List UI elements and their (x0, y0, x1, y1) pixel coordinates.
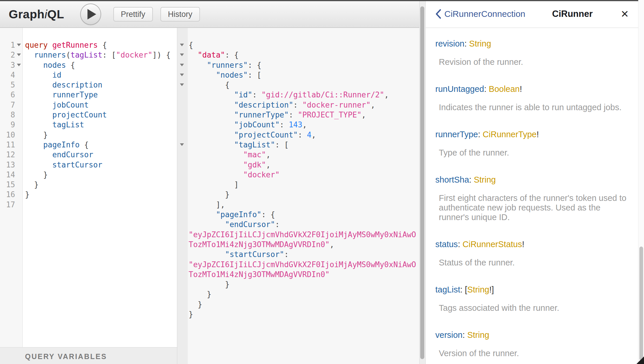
code-token: } (43, 131, 48, 139)
gutter-row (177, 279, 188, 289)
code-line[interactable]: pageInfo { (25, 140, 171, 150)
query-variables-title[interactable]: QUERY VARIABLES (25, 352, 177, 361)
query-code[interactable]: query getRunners { runners(tagList: ["do… (25, 40, 171, 210)
line-number: 5 (0, 80, 15, 90)
code-token: { (66, 61, 75, 69)
doc-field: runnerType: CiRunnerType!Type of the run… (435, 129, 628, 158)
code-line: "runners": { (189, 60, 416, 70)
doc-back-link[interactable]: CiRunnerConnection (435, 9, 525, 19)
gutter-row: 12 (0, 150, 22, 160)
toolbar: GraphiQL Prettify History (0, 1, 419, 28)
code-line: "jobCount": 143, (189, 120, 416, 130)
fold-arrow-icon[interactable] (180, 53, 184, 56)
code-line[interactable]: } (25, 180, 171, 190)
doc-type-link[interactable]: String (469, 39, 491, 48)
gutter-row (177, 289, 188, 299)
code-line[interactable]: jobCount (25, 100, 171, 110)
code-token: "eyJpZCI6IjIiLCJjcmVhdGVkX2F0IjoiMjAyMS0… (189, 260, 416, 269)
code-token: ]) { (152, 51, 171, 59)
code-token (48, 41, 52, 49)
code-token: } (43, 170, 48, 179)
doc-field-name-link[interactable]: runUntagged (435, 84, 484, 94)
code-line[interactable]: } (25, 170, 171, 180)
fold-arrow-icon[interactable] (180, 74, 184, 76)
doc-field-name-link[interactable]: version (435, 330, 463, 340)
code-line[interactable]: id (25, 70, 171, 80)
gutter-row (177, 309, 188, 319)
code-line[interactable] (25, 200, 171, 210)
code-token: "gid://gitlab/Ci::Runner/2" (261, 90, 384, 99)
code-token: "nodes" (216, 71, 248, 79)
line-number: 12 (0, 150, 15, 160)
gutter-row: 8 (0, 110, 22, 120)
doc-type-link[interactable]: Boolean (489, 84, 520, 94)
code-line[interactable]: nodes { (25, 60, 171, 70)
code-token: ] (234, 180, 239, 189)
gutter-row (177, 110, 188, 120)
code-line[interactable]: description (25, 80, 171, 90)
doc-field: version: StringVersion of the runner. (435, 329, 628, 358)
code-line: "data": { (189, 50, 416, 60)
code-line[interactable]: } (25, 130, 171, 140)
code-token: "docker" (116, 51, 152, 59)
code-line[interactable]: projectCount (25, 110, 171, 120)
doc-field-name-link[interactable]: shortSha (435, 175, 469, 184)
code-line[interactable]: startCursor (25, 160, 171, 170)
code-line: } (189, 289, 416, 299)
query-editor[interactable]: 1234567891011121314151617 query getRunne… (0, 28, 177, 347)
prettify-button[interactable]: Prettify (113, 7, 153, 22)
fold-arrow-icon[interactable] (180, 143, 184, 146)
fold-arrow-icon[interactable] (17, 44, 21, 46)
code-token: } (198, 300, 202, 309)
doc-sig-punctuation: : (464, 39, 469, 48)
code-line[interactable]: runners(tagList: ["docker"]) { (25, 50, 171, 60)
doc-field-name-link[interactable]: revision (435, 39, 464, 48)
code-token: query (25, 41, 48, 49)
code-line[interactable]: tagList (25, 120, 171, 130)
code-token: 4 (307, 131, 312, 139)
doc-type-link[interactable]: CiRunnerStatus (463, 240, 522, 249)
code-token: TozMTo1Mi4zNjg3OTMwMDAgVVRDIn0" (189, 270, 330, 279)
code-token: id (52, 71, 61, 79)
code-line: "docker" (189, 170, 416, 180)
doc-field-description: Indicates the runner is able to run unta… (435, 103, 628, 112)
doc-type-link[interactable]: String (474, 175, 496, 184)
pane-divider-thumb[interactable] (420, 6, 424, 359)
doc-scrollbar-thumb[interactable] (639, 247, 643, 361)
code-line: } (189, 279, 416, 289)
fold-arrow-icon[interactable] (17, 64, 21, 66)
fold-arrow-icon[interactable] (180, 44, 184, 46)
code-token: runners (34, 51, 66, 59)
code-line[interactable]: runnerType (25, 90, 171, 100)
gutter-row (177, 120, 188, 130)
play-icon (87, 9, 96, 19)
code-line[interactable]: } (25, 190, 171, 199)
doc-type-link[interactable]: String (467, 330, 489, 340)
history-button[interactable]: History (160, 7, 200, 22)
fold-arrow-icon[interactable] (180, 64, 184, 66)
code-token: : { (248, 61, 262, 69)
execute-query-button[interactable] (80, 3, 101, 25)
code-token: : [ (102, 51, 116, 59)
doc-field-name-link[interactable]: status (435, 240, 458, 249)
query-variables-panel[interactable]: QUERY VARIABLES (0, 347, 177, 364)
gutter-row: 7 (0, 100, 22, 110)
doc-type-link[interactable]: String (467, 285, 489, 294)
fold-arrow-icon[interactable] (17, 53, 21, 56)
gutter-row: 17 (0, 200, 22, 210)
code-line: ], (189, 200, 416, 210)
doc-field: tagList: [String!]Tags associated with t… (435, 284, 628, 313)
code-line: { (189, 40, 416, 50)
doc-field-description: First eight characters of the runner's t… (435, 193, 628, 222)
doc-type-link[interactable]: CiRunnerType (483, 130, 536, 139)
gutter-row (177, 40, 188, 50)
code-line[interactable]: endCursor (25, 150, 171, 160)
fold-arrow-icon[interactable] (180, 83, 184, 86)
doc-field-name-link[interactable]: runnerType (435, 130, 478, 139)
response-json: { "data": { "runners": { "nodes": [ { "i… (189, 40, 416, 319)
doc-field-name-link[interactable]: tagList (435, 285, 460, 294)
code-line[interactable]: query getRunners { (25, 40, 171, 50)
code-line: "projectCount": 4, (189, 130, 416, 140)
code-token: nodes (43, 61, 66, 69)
close-icon[interactable]: ✕ (620, 8, 630, 20)
